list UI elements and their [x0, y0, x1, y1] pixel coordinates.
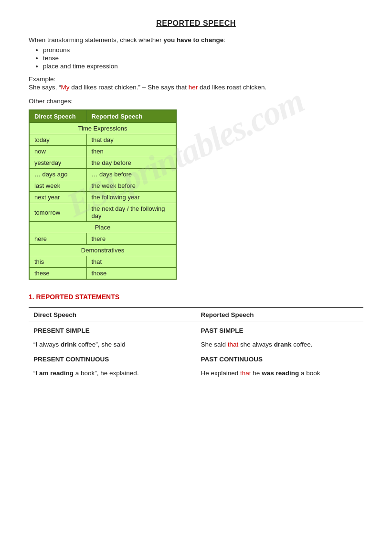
direct-this: this: [29, 256, 86, 268]
direct-tense-1: PRESENT CONTINUOUS: [29, 351, 196, 366]
example-block: Example: She says, “My dad likes roast c…: [29, 76, 363, 91]
direct-today: today: [29, 134, 86, 146]
direct-tomorrow: tomorrow: [29, 203, 86, 222]
time-row-6: tomorrow the next day / the following da…: [29, 203, 176, 222]
other-changes-label: Other changes:: [29, 98, 363, 109]
section-demonstratives-row: Demonstratives: [29, 245, 176, 256]
direct-last-week: last week: [29, 180, 86, 192]
demonstratives-row-1: these those: [29, 268, 176, 280]
place-row-0: here there: [29, 233, 176, 245]
example-my: My: [61, 84, 70, 91]
time-row-3: … days ago … days before: [29, 169, 176, 180]
tense-row-1: PRESENT CONTINUOUS PAST CONTINUOUS: [29, 351, 363, 366]
reported-example-0: She said that she always drank coffee.: [196, 337, 364, 351]
direct-these: these: [29, 268, 86, 280]
col2-header: Reported Speech: [86, 110, 176, 123]
bullet-list: pronouns tense place and time expression: [43, 46, 363, 70]
direct-example-0: “I always drink coffee”, she said: [29, 337, 196, 351]
section-time-row: Time Expressions: [29, 123, 176, 134]
reported-that: that: [86, 256, 176, 268]
bullet-item-tense: tense: [43, 54, 363, 62]
speech-table-wrapper: ESLprintables.com Direct Speech Reported…: [29, 109, 363, 280]
section-demonstratives-label: Demonstratives: [29, 245, 176, 256]
statements-col1-header: Direct Speech: [29, 308, 196, 322]
example-row-0: “I always drink coffee”, she said She sa…: [29, 337, 363, 351]
direct-yesterday: yesterday: [29, 157, 86, 169]
reported-those: those: [86, 268, 176, 280]
example-her: her: [189, 84, 198, 91]
reported-days-before: … days before: [86, 169, 176, 180]
statements-header-row: Direct Speech Reported Speech: [29, 308, 363, 322]
reported-there: there: [86, 233, 176, 245]
reported-example-1: He explained that he was reading a book: [196, 366, 364, 380]
demonstratives-row-0: this that: [29, 256, 176, 268]
time-row-5: next year the following year: [29, 192, 176, 203]
col1-header: Direct Speech: [29, 110, 86, 123]
reported-then: then: [86, 146, 176, 157]
page-title: REPORTED SPEECH: [29, 19, 363, 28]
bullet-item-place: place and time expression: [43, 63, 363, 70]
reported-week-before: the week before: [86, 180, 176, 192]
reported-next-day: the next day / the following day: [86, 203, 176, 222]
time-row-1: now then: [29, 146, 176, 157]
direct-next-year: next year: [29, 192, 86, 203]
reported-day-before: the day before: [86, 157, 176, 169]
direct-tense-0: PRESENT SIMPLE: [29, 322, 196, 338]
section-place-label: Place: [29, 222, 176, 233]
reported-tense-1: PAST CONTINUOUS: [196, 351, 364, 366]
time-row-0: today that day: [29, 134, 176, 146]
time-row-2: yesterday the day before: [29, 157, 176, 169]
section-place-row: Place: [29, 222, 176, 233]
section-time-label: Time Expressions: [29, 123, 176, 134]
section1-title: 1. REPORTED STATEMENTS: [29, 293, 363, 301]
direct-here: here: [29, 233, 86, 245]
reported-tense-0: PAST SIMPLE: [196, 322, 364, 338]
example-sentence: She says, “My dad likes roast chicken.” …: [29, 84, 363, 91]
statements-table: Direct Speech Reported Speech PRESENT SI…: [29, 307, 363, 380]
direct-now: now: [29, 146, 86, 157]
speech-table: Direct Speech Reported Speech Time Expre…: [29, 109, 177, 280]
time-row-4: last week the week before: [29, 180, 176, 192]
reported-following-year: the following year: [86, 192, 176, 203]
statements-col2-header: Reported Speech: [196, 308, 364, 322]
direct-example-1: “I am reading a book”, he explained.: [29, 366, 196, 380]
tense-row-0: PRESENT SIMPLE PAST SIMPLE: [29, 322, 363, 338]
reported-that-day: that day: [86, 134, 176, 146]
example-row-1: “I am reading a book”, he explained. He …: [29, 366, 363, 380]
bullet-item-pronouns: pronouns: [43, 46, 363, 54]
intro-text: When transforming statements, check whet…: [29, 36, 363, 44]
example-label: Example:: [29, 76, 363, 83]
direct-days-ago: … days ago: [29, 169, 86, 180]
